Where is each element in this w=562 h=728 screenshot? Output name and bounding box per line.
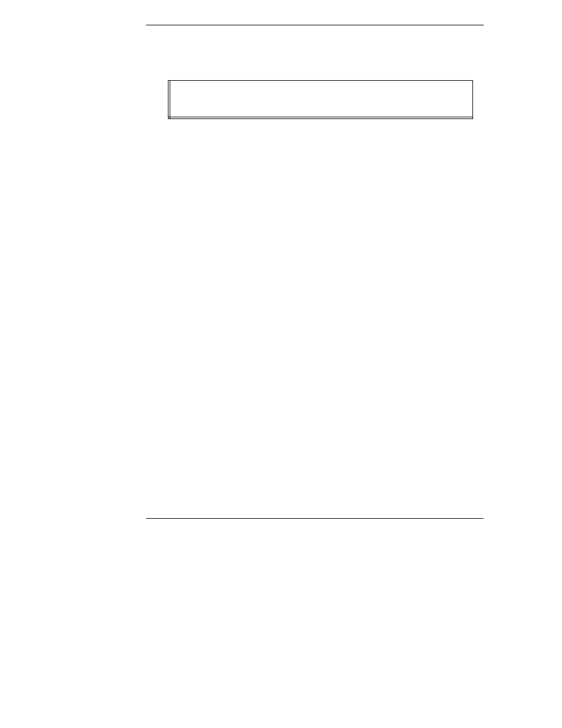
box-bottom-border — [168, 118, 473, 119]
header-horizontal-rule — [146, 25, 484, 25]
content-box — [168, 80, 473, 119]
box-bottom-border-inner — [168, 117, 473, 117]
box-left-border — [168, 80, 168, 119]
box-left-border-inner — [170, 80, 170, 119]
box-right-border — [472, 80, 473, 119]
box-top-border — [168, 80, 473, 81]
footer-horizontal-rule — [146, 518, 484, 519]
